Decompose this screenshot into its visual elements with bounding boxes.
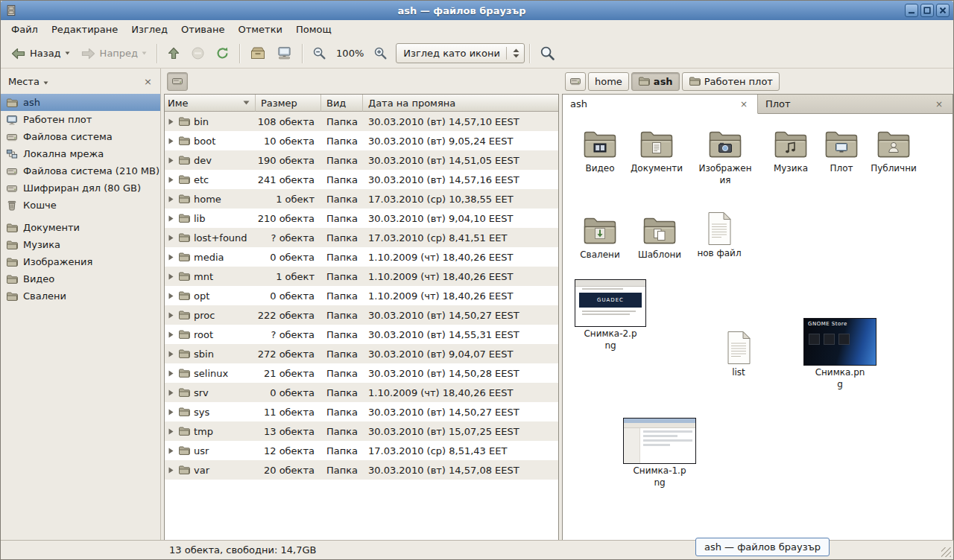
tab-close-icon[interactable]: × bbox=[933, 99, 945, 109]
expander-icon[interactable] bbox=[168, 196, 174, 203]
expander-icon[interactable] bbox=[168, 312, 174, 319]
tab-close-icon[interactable]: × bbox=[738, 99, 750, 109]
titlebar[interactable]: ash — файлов браузър bbox=[1, 1, 953, 20]
table-row[interactable]: tmp13 обектаПапка30.03.2010 (вт) 15,07,2… bbox=[165, 421, 558, 441]
menu-help[interactable]: Помощ bbox=[289, 20, 338, 39]
expander-icon[interactable] bbox=[168, 138, 174, 144]
close-button[interactable] bbox=[936, 4, 950, 17]
expander-icon[interactable] bbox=[168, 351, 174, 357]
expander-icon[interactable] bbox=[168, 331, 174, 338]
sidebar-item-ash[interactable]: ash bbox=[1, 94, 160, 111]
icon-item-folder-video[interactable]: Видео bbox=[569, 126, 631, 175]
sidebar-item-desktop[interactable]: Работен плот bbox=[1, 111, 160, 128]
icon-item-folder-documents[interactable]: Документи bbox=[625, 126, 688, 175]
table-row[interactable]: home1 обектПапка17.03.2010 (ср) 10,38,55… bbox=[165, 189, 558, 209]
resize-grip[interactable] bbox=[941, 547, 951, 557]
expander-icon[interactable] bbox=[168, 370, 174, 377]
expander-icon[interactable] bbox=[168, 118, 174, 125]
table-row[interactable]: srv0 обектаПапка1.10.2009 (чт) 18,40,26 … bbox=[165, 383, 558, 402]
expander-icon[interactable] bbox=[168, 409, 174, 416]
sidebar-item-downloads[interactable]: Свалени bbox=[1, 287, 160, 305]
breadcrumb-home[interactable]: home bbox=[588, 72, 629, 91]
sidebar-item-video[interactable]: Видео bbox=[1, 270, 160, 287]
sidebar-item-filesystem[interactable]: Файлова система bbox=[1, 128, 160, 145]
computer-button[interactable] bbox=[271, 43, 297, 63]
breadcrumb-desktop[interactable]: Работен плот bbox=[682, 72, 780, 91]
expander-icon[interactable] bbox=[168, 389, 174, 396]
table-row[interactable]: selinux21 обектаПапка30.03.2010 (вт) 14,… bbox=[165, 363, 558, 383]
zoom-in-button[interactable] bbox=[368, 43, 393, 63]
maximize-button[interactable] bbox=[920, 4, 934, 17]
sidebar-item-filesystem-210mb[interactable]: Файлова система (210 MB) bbox=[1, 162, 160, 179]
forward-button[interactable]: Напред bbox=[75, 44, 152, 63]
forward-dropdown-icon[interactable] bbox=[142, 51, 147, 55]
expander-icon[interactable] bbox=[168, 273, 174, 280]
menu-edit[interactable]: Редактиране bbox=[45, 20, 124, 39]
icon-item-folder-pictures[interactable]: Изображения bbox=[694, 126, 756, 186]
icon-view[interactable]: ВидеоДокументиИзображенияМузикаПлотПубли… bbox=[563, 114, 953, 540]
icon-item-image-guadec[interactable]: GUADECСнимка-2.png bbox=[573, 279, 648, 351]
view-mode-select[interactable]: Изглед като икони bbox=[396, 43, 525, 63]
table-row[interactable]: var20 обектаПапка30.03.2010 (вт) 14,57,0… bbox=[165, 460, 558, 480]
sidebar-title[interactable]: Места bbox=[8, 76, 40, 87]
tab-0[interactable]: ash× bbox=[563, 95, 758, 114]
table-row[interactable]: proc222 обектаПапка30.03.2010 (вт) 14,50… bbox=[165, 305, 558, 325]
icon-item-folder-templates[interactable]: Шаблони bbox=[628, 212, 691, 261]
table-row[interactable]: usr12 обектаПапка17.03.2010 (ср) 8,51,43… bbox=[165, 441, 558, 460]
minimize-button[interactable] bbox=[905, 4, 918, 17]
expander-icon[interactable] bbox=[168, 176, 174, 183]
sidebar-item-encrypted-80gb[interactable]: Шифриран дял (80 GB) bbox=[1, 179, 160, 197]
icon-item-image-store[interactable]: GNOME StoreСнимка.png bbox=[803, 318, 877, 390]
sidebar-item-network[interactable]: Локална мрежа bbox=[1, 145, 160, 162]
zoom-out-button[interactable] bbox=[307, 43, 332, 63]
expander-icon[interactable] bbox=[168, 467, 174, 474]
menu-file[interactable]: Файл bbox=[4, 20, 45, 39]
home-button[interactable] bbox=[244, 43, 271, 63]
table-row[interactable]: media0 обектаПапка1.10.2009 (чт) 18,40,2… bbox=[165, 247, 558, 267]
stop-button[interactable] bbox=[186, 43, 210, 63]
column-header-modified[interactable]: Дата на промяна bbox=[363, 95, 558, 112]
tab-1[interactable]: Плот× bbox=[758, 95, 953, 113]
table-row[interactable]: lost+found? обектаПапка17.03.2010 (ср) 8… bbox=[165, 228, 558, 247]
sidebar-item-music[interactable]: Музика bbox=[1, 236, 160, 253]
back-dropdown-icon[interactable] bbox=[65, 51, 70, 55]
back-button[interactable]: Назад bbox=[5, 44, 75, 63]
icon-item-folder-public[interactable]: Публични bbox=[862, 126, 925, 175]
menu-go[interactable]: Отиване bbox=[174, 20, 231, 39]
expander-icon[interactable] bbox=[168, 428, 174, 435]
expander-icon[interactable] bbox=[168, 254, 174, 261]
sidebar-item-documents[interactable]: Документи bbox=[1, 219, 160, 236]
icon-item-text-file[interactable]: нов файл bbox=[688, 211, 751, 260]
breadcrumb-root[interactable] bbox=[565, 72, 586, 91]
up-button[interactable] bbox=[162, 43, 186, 63]
table-row[interactable]: opt0 обектаПапка1.10.2009 (чт) 18,40,26 … bbox=[165, 286, 558, 305]
table-row[interactable]: bin108 обектаПапка30.03.2010 (вт) 14,57,… bbox=[165, 112, 558, 131]
icon-item-image-window[interactable]: Снимка-1.png bbox=[622, 418, 697, 489]
sidebar-item-trash[interactable]: Кошче bbox=[1, 197, 160, 214]
icon-item-folder-downloads[interactable]: Свалени bbox=[569, 212, 631, 261]
expander-icon[interactable] bbox=[168, 293, 174, 299]
reload-button[interactable] bbox=[210, 43, 235, 63]
sidebar-title-dropdown-icon[interactable] bbox=[43, 76, 48, 87]
table-row[interactable]: dev190 обектаПапка30.03.2010 (вт) 14,51,… bbox=[165, 150, 558, 170]
icon-item-text-file[interactable]: list bbox=[707, 330, 770, 379]
expander-icon[interactable] bbox=[168, 215, 174, 222]
breadcrumb-ash[interactable]: ash bbox=[631, 72, 680, 91]
search-button[interactable] bbox=[534, 42, 560, 64]
table-row[interactable]: sys11 обектаПапка30.03.2010 (вт) 14,50,2… bbox=[165, 402, 558, 421]
table-row[interactable]: boot10 обектаПапка30.03.2010 (вт) 9,05,2… bbox=[165, 131, 558, 150]
column-header-type[interactable]: Вид bbox=[321, 95, 363, 112]
table-row[interactable]: sbin272 обектаПапка30.03.2010 (вт) 9,04,… bbox=[165, 344, 558, 363]
column-header-name[interactable]: Име bbox=[165, 95, 256, 112]
table-row[interactable]: root? обектаПапка30.03.2010 (вт) 14,55,3… bbox=[165, 325, 558, 344]
column-header-size[interactable]: Размер bbox=[256, 95, 321, 112]
table-row[interactable]: etc241 обектаПапка30.03.2010 (вт) 14,57,… bbox=[165, 170, 558, 189]
expander-icon[interactable] bbox=[168, 157, 174, 164]
sidebar-item-pictures[interactable]: Изображения bbox=[1, 253, 160, 270]
table-row[interactable]: mnt1 обектПапка1.10.2009 (чт) 18,40,26 E… bbox=[165, 267, 558, 286]
table-row[interactable]: lib210 обектаПапка30.03.2010 (вт) 9,04,1… bbox=[165, 209, 558, 228]
menu-view[interactable]: Изглед bbox=[124, 20, 174, 39]
menu-bookmarks[interactable]: Отметки bbox=[231, 20, 288, 39]
tree-pane-root-crumb[interactable] bbox=[167, 72, 188, 91]
expander-icon[interactable] bbox=[168, 448, 174, 454]
